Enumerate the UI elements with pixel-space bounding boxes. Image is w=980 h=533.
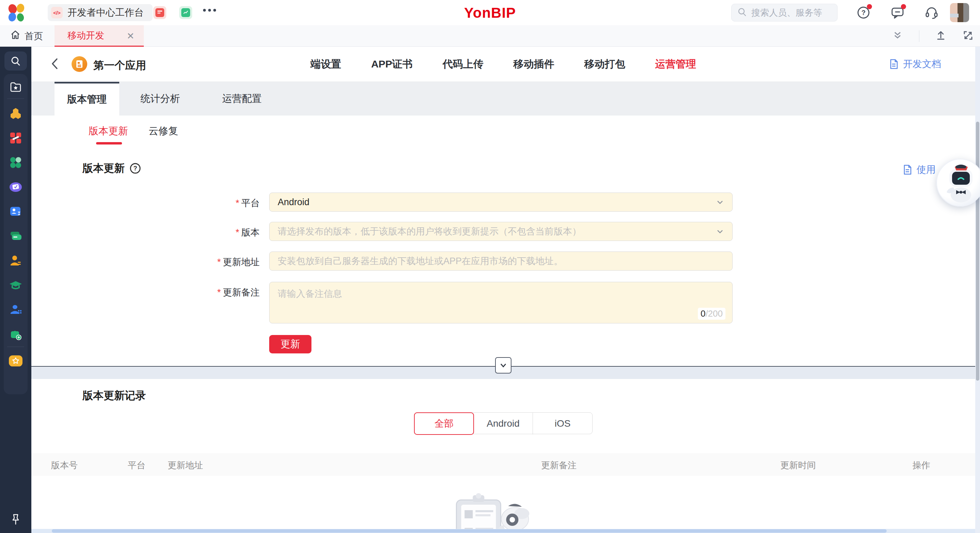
col-actions: 操作	[913, 460, 930, 471]
sidebar-search-button[interactable]	[5, 51, 27, 70]
version-select[interactable]: 请选择发布的版本，低于该版本的用户将收到更新提示（不包含当前版本）	[269, 222, 733, 241]
search-input[interactable]	[751, 8, 830, 18]
platform-value: Android	[278, 197, 309, 208]
help-badge	[867, 4, 872, 9]
required-asterisk: *	[235, 198, 239, 208]
nav-app-certificate[interactable]: APP证书	[371, 57, 413, 71]
global-search[interactable]	[731, 4, 838, 21]
update-note-textarea[interactable]	[269, 282, 732, 323]
col-platform: 平台	[128, 460, 145, 471]
tab-statistics[interactable]: 统计分析	[119, 82, 201, 116]
required-asterisk: *	[235, 227, 239, 237]
nav-operation-management[interactable]: 运营管理	[655, 57, 696, 71]
update-note-field: 0/200	[269, 282, 733, 323]
update-note-label: *更新备注	[147, 286, 260, 299]
person-blue-app-icon[interactable]	[9, 303, 22, 317]
screen: </> 开发者中心工作台 YonBIP ?	[0, 0, 980, 533]
help-circle-icon[interactable]: ?	[129, 162, 141, 174]
app-nav: 端设置 APP证书 代码上传 移动插件 移动打包 运营管理	[31, 47, 975, 82]
vertical-scrollbar-thumb[interactable]	[976, 122, 979, 381]
hexagon-app-icon[interactable]	[9, 107, 22, 120]
collapse-tabs-icon[interactable]	[892, 30, 903, 43]
link-app-icon[interactable]	[9, 131, 22, 145]
svg-text:?: ?	[861, 9, 865, 16]
records-table-header: 版本号 平台 更新地址 更新备注 更新时间 操作	[31, 453, 975, 476]
version-placeholder: 请选择发布的版本，低于该版本的用户将收到更新提示（不包含当前版本）	[278, 225, 581, 237]
subtab-cloud-fix[interactable]: 云修复	[149, 124, 178, 138]
form-section-title: 版本更新 ?	[83, 161, 141, 175]
platform-select[interactable]: Android	[269, 193, 733, 212]
platform-filter-group: 全部 Android iOS	[414, 412, 593, 434]
nav-code-upload[interactable]: 代码上传	[442, 57, 484, 71]
tab-mobile-dev-label: 移动开发	[67, 29, 104, 41]
chevron-down-icon	[715, 227, 725, 236]
vertical-scrollbar[interactable]	[975, 47, 980, 533]
message-icon[interactable]	[890, 5, 905, 20]
required-asterisk: *	[217, 257, 221, 267]
filter-ios[interactable]: iOS	[533, 413, 592, 434]
tab-mobile-dev[interactable]: 移动开发 ✕	[54, 25, 144, 47]
subtab-version-update[interactable]: 版本更新	[89, 124, 128, 138]
dev-doc-link[interactable]: 开发文档	[889, 57, 941, 70]
wallet-app-icon[interactable]	[9, 229, 22, 243]
message-badge	[901, 4, 906, 9]
workspace-tab[interactable]: </> 开发者中心工作台	[48, 4, 153, 21]
main-area: 第一个应用 端设置 APP证书 代码上传 移动插件 移动打包 运营管理 开发文档…	[0, 47, 980, 533]
plugin-add-app-icon[interactable]	[9, 328, 22, 341]
person-card-app-icon[interactable]	[9, 205, 22, 218]
divider	[919, 30, 920, 42]
tab-version-management[interactable]: 版本管理	[54, 82, 119, 116]
horizontal-scrollbar-thumb[interactable]	[52, 529, 887, 533]
page-tab-bar: 首页 移动开发 ✕	[0, 25, 980, 47]
update-url-input[interactable]	[278, 256, 724, 266]
yonbip-logo: YonBIP	[464, 5, 516, 21]
horizontal-scrollbar[interactable]	[31, 529, 975, 533]
active-subtab-underline	[96, 142, 122, 145]
content: 第一个应用 端设置 APP证书 代码上传 移动插件 移动打包 运营管理 开发文档…	[31, 47, 975, 533]
nav-mobile-plugin[interactable]: 移动插件	[514, 57, 554, 71]
update-records-section: 版本更新记录 全部 Android iOS 版本号 平台 更新地址 更新备注 更…	[31, 379, 975, 533]
dev-center-icon: </>	[51, 7, 63, 18]
workspace-tab-label: 开发者中心工作台	[67, 6, 144, 19]
assistant-robot-button[interactable]	[936, 159, 980, 207]
star-app-icon[interactable]	[9, 354, 22, 368]
tab-operation-config[interactable]: 运营配置	[201, 82, 283, 116]
home-nav[interactable]: 首页	[10, 25, 43, 47]
col-update-note: 更新备注	[541, 460, 577, 471]
update-submit-button[interactable]: 更新	[269, 335, 312, 353]
form-title-text: 版本更新	[83, 161, 125, 175]
usage-doc-link[interactable]: 使用	[902, 163, 936, 176]
version-label: *版本	[147, 226, 260, 239]
nav-mobile-package[interactable]: 移动打包	[584, 57, 625, 71]
help-icon[interactable]: ?	[856, 5, 870, 20]
calendar-app-icon[interactable]	[9, 180, 22, 194]
red-card-icon	[155, 8, 164, 17]
clover-app-icon[interactable]	[9, 156, 22, 169]
upload-icon[interactable]	[935, 30, 947, 43]
person-orange-app-icon[interactable]	[9, 254, 22, 267]
close-icon[interactable]: ✕	[126, 31, 135, 41]
green-app-shortcut[interactable]	[179, 6, 192, 19]
document-icon	[889, 59, 899, 70]
robot-icon	[943, 164, 978, 203]
sub-tabs: 版本更新 云修复	[31, 116, 975, 147]
user-avatar[interactable]	[950, 3, 969, 22]
topbar: </> 开发者中心工作台 YonBIP ?	[0, 0, 980, 25]
education-app-icon[interactable]	[9, 278, 22, 292]
platform-label: *平台	[147, 197, 260, 209]
filter-all[interactable]: 全部	[414, 412, 474, 435]
more-icon[interactable]	[203, 9, 216, 11]
yonyou-logo-icon	[8, 4, 25, 21]
favorite-folder-icon[interactable]	[9, 80, 22, 94]
green-chart-icon	[181, 8, 190, 17]
support-headset-icon[interactable]	[924, 5, 939, 20]
collapse-form-button[interactable]	[495, 357, 511, 374]
filter-android[interactable]: Android	[474, 413, 533, 434]
fullscreen-icon[interactable]	[962, 30, 974, 43]
svg-text:?: ?	[134, 165, 137, 172]
pin-icon[interactable]	[9, 512, 22, 526]
nav-client-settings[interactable]: 端设置	[310, 57, 341, 71]
col-version: 版本号	[51, 460, 78, 471]
red-app-shortcut[interactable]	[153, 6, 166, 19]
version-update-form: 版本更新 ? 使用 *平台 Android	[31, 147, 975, 366]
